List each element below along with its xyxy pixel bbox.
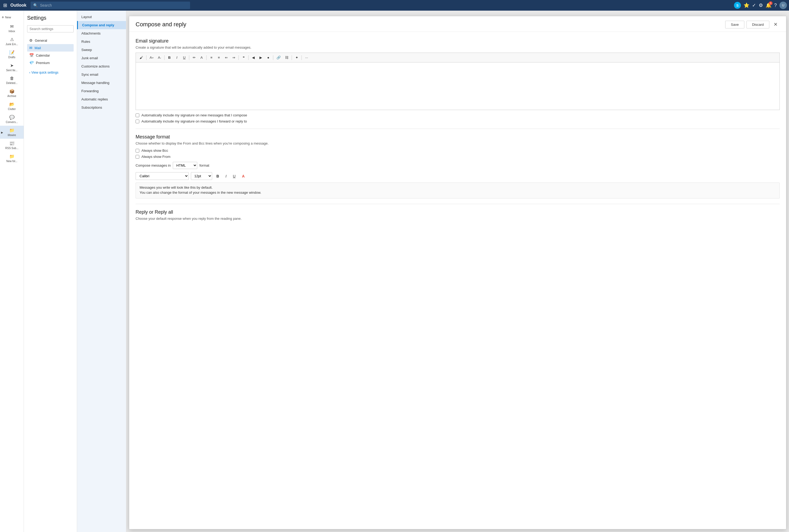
notifications-icon[interactable]: 🔔 5 — [766, 2, 771, 8]
always-bcc-label: Always show Bcc — [142, 149, 168, 153]
submenu-automatic-replies[interactable]: Automatic replies — [77, 95, 126, 103]
settings-nav-general[interactable]: ⚙ General — [27, 37, 74, 44]
save-button[interactable]: Save — [725, 21, 744, 28]
todo-icon[interactable]: ✓ — [752, 2, 756, 8]
settings-nav-premium[interactable]: 💎 Premium — [27, 59, 74, 66]
search-icon: 🔍 — [33, 3, 38, 7]
reply-heading: Reply or Reply all — [136, 209, 780, 215]
sidebar-item-junk[interactable]: ⚠ Junk Em... — [0, 35, 24, 48]
settings-nav-calendar[interactable]: 📅 Calendar — [27, 52, 74, 59]
settings-gear-icon[interactable]: ⚙ — [759, 2, 763, 8]
junk-label: Junk Em... — [5, 43, 18, 46]
submenu-message-handling[interactable]: Message handling — [77, 79, 126, 87]
toolbar-sep-2 — [164, 55, 165, 60]
remove-link-btn[interactable]: ⛓ — [283, 55, 290, 61]
submenu-sweep[interactable]: Sweep — [77, 46, 126, 54]
font-row: Calibri Arial Times New Roman 12pt 10pt … — [136, 172, 780, 180]
sent-icon: ➤ — [10, 63, 14, 68]
message-format-heading: Message format — [136, 134, 780, 140]
rewards-icon[interactable]: ⭐ — [744, 2, 749, 8]
topbar-right-icons: S ⭐ ✓ ⚙ 🔔 5 ? U — [734, 2, 787, 9]
italic-btn[interactable]: I — [174, 55, 180, 61]
inbox-icon: ✉ — [10, 24, 14, 29]
sidebar-item-rss[interactable]: 📰 RSS Sub... — [0, 139, 24, 152]
sidebar-item-inbox[interactable]: ✉ Inbox — [0, 22, 24, 35]
apps-grid-icon[interactable]: ⊞ — [2, 1, 8, 9]
outlook-logo: Outlook — [11, 3, 26, 8]
signature-editor[interactable] — [136, 62, 780, 110]
insert-link-btn[interactable]: 🔗 — [275, 55, 282, 61]
quote-btn[interactable]: ❝ — [240, 55, 247, 61]
view-quick-settings-link[interactable]: ‹ View quick settings — [27, 70, 74, 75]
always-bcc-checkbox[interactable] — [136, 149, 139, 153]
conversations-icon: 💬 — [9, 115, 15, 120]
unordered-list-btn[interactable]: ≡ — [208, 55, 214, 61]
sidebar-item-archive[interactable]: 📦 Archive — [0, 87, 24, 100]
search-input[interactable] — [40, 3, 187, 7]
align-center-btn[interactable]: ▶ — [258, 55, 264, 61]
font-bold-btn[interactable]: B — [214, 173, 221, 179]
premium-icon: 💎 — [29, 61, 34, 65]
sidebar-item-lifewire[interactable]: ▶ 📁 lifewire — [0, 126, 24, 139]
settings-dialog: Compose and reply Save Discard ✕ Email s… — [129, 16, 786, 529]
submenu-customize-actions[interactable]: Customize actions — [77, 62, 126, 71]
settings-nav-mail[interactable]: ✉ Mail — [27, 44, 74, 52]
sidebar-item-sent[interactable]: ➤ Sent Ite... — [0, 61, 24, 74]
indent-btn[interactable]: ⇒ — [230, 55, 237, 61]
general-icon: ⚙ — [29, 38, 33, 42]
outdent-btn[interactable]: ⇐ — [223, 55, 229, 61]
font-size-down-btn[interactable]: A- — [156, 55, 163, 61]
font-color-btn[interactable]: A — [198, 55, 205, 61]
dialog-body: Email signature Create a signature that … — [129, 32, 786, 529]
discard-button[interactable]: Discard — [747, 21, 769, 28]
submenu-compose-reply[interactable]: Compose and reply — [77, 21, 126, 29]
align-left-btn[interactable]: ◀ — [250, 55, 257, 61]
highlight-btn[interactable]: ✏ — [191, 55, 197, 61]
submenu-rules[interactable]: Rules — [77, 37, 126, 46]
submenu-junk-email[interactable]: Junk email — [77, 54, 126, 62]
email-signature-description: Create a signature that will be automati… — [136, 45, 780, 50]
toolbar-sep-9 — [301, 55, 302, 60]
font-underline-btn[interactable]: U — [231, 173, 238, 179]
always-from-checkbox[interactable] — [136, 155, 139, 159]
close-button[interactable]: ✕ — [771, 20, 780, 28]
font-select[interactable]: Calibri Arial Times New Roman — [136, 172, 189, 180]
auto-new-messages-checkbox[interactable] — [136, 113, 139, 117]
bold-btn[interactable]: B — [166, 55, 172, 61]
size-select[interactable]: 12pt 10pt 14pt — [191, 172, 212, 180]
dialog-header: Compose and reply Save Discard ✕ — [129, 16, 786, 32]
chevron-left-icon: ‹ — [29, 71, 30, 74]
sidebar-item-deleted[interactable]: 🗑 Deleted... — [0, 74, 24, 87]
sidebar-item-clutter[interactable]: 📂 Clutter — [0, 100, 24, 113]
junk-icon: ⚠ — [10, 37, 14, 42]
user-avatar[interactable]: U — [779, 2, 787, 9]
superscript-btn[interactable]: ✦ — [294, 55, 300, 61]
submenu-attachments[interactable]: Attachments — [77, 29, 126, 37]
settings-search-input[interactable] — [27, 25, 74, 33]
auto-forward-checkbox[interactable] — [136, 119, 139, 123]
submenu-layout[interactable]: Layout — [77, 13, 126, 21]
sidebar-item-conversations[interactable]: 💬 Convers... — [0, 113, 24, 126]
submenu-subscriptions[interactable]: Subscriptions — [77, 103, 126, 112]
font-color-format-btn[interactable]: A — [240, 173, 247, 179]
sent-label: Sent Ite... — [6, 69, 18, 72]
ordered-list-btn[interactable]: ≡ — [215, 55, 222, 61]
skype-icon[interactable]: S — [734, 2, 741, 9]
underline-btn[interactable]: U — [181, 55, 187, 61]
font-italic-btn[interactable]: I — [223, 173, 229, 179]
drafts-label: Drafts — [8, 56, 15, 59]
clutter-label: Clutter — [8, 108, 16, 111]
sidebar-item-drafts[interactable]: 📝 Drafts — [0, 48, 24, 61]
submenu-sync-email[interactable]: Sync email — [77, 71, 126, 79]
font-size-up-btn[interactable]: A+ — [148, 55, 155, 61]
submenu-forwarding[interactable]: Forwarding — [77, 87, 126, 95]
format-painter-btn[interactable]: 🖌 — [138, 55, 145, 61]
more-btn[interactable]: ··· — [303, 55, 310, 61]
align-right-btn[interactable]: ● — [265, 55, 271, 61]
folder-new[interactable]: + New — [0, 13, 24, 22]
help-icon[interactable]: ? — [774, 3, 777, 8]
format-select[interactable]: HTML Plain text — [173, 162, 197, 169]
auto-forward-label: Automatically include my signature on me… — [142, 119, 247, 123]
message-format-section: Message format Choose whether to display… — [136, 134, 780, 198]
sidebar-item-newfolder[interactable]: 📁 New fol... — [0, 152, 24, 165]
